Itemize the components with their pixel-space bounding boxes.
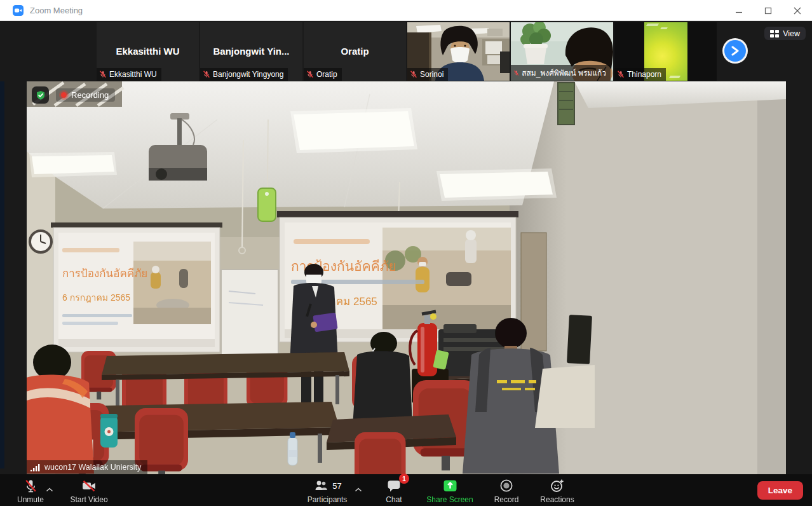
participants-label: Participants (308, 495, 348, 504)
window-blind (558, 83, 574, 125)
maximize-button[interactable] (754, 0, 783, 21)
active-speaker-label-chip: wucon17 Walailak Uniersity (27, 460, 147, 474)
participant-name: Oratip (304, 46, 406, 57)
audio-options-caret[interactable] (46, 483, 53, 495)
camera-off-icon (81, 478, 97, 494)
background-window-edge (0, 21, 4, 468)
video-thumbnail-strip: Ekkasitthi WU Ekkasitthi WU Banjongwit Y… (0, 21, 812, 81)
participant-label: Ekkasitthi WU (109, 70, 157, 79)
mic-muted-icon (306, 71, 314, 78)
recording-label: Recording (71, 90, 109, 100)
mic-muted-icon (99, 71, 107, 78)
slide-date-left: 6 กรกฎาคม 2565 (62, 292, 130, 303)
participant-label-chip: Oratip (304, 68, 342, 81)
participant-tile-oratip[interactable]: Oratip Oratip (304, 22, 406, 81)
participant-label: Oratip (316, 70, 337, 79)
window-title: Zoom Meeting (30, 6, 83, 15)
slide-title-left: การป้องกันอัคคีภัย (62, 268, 147, 280)
start-video-label: Start Video (70, 495, 107, 504)
record-label: Record (494, 495, 519, 504)
participants-options-caret[interactable] (355, 483, 362, 495)
participant-label-chip: Ekkasitthi WU (97, 68, 161, 81)
participant-name: Banjongwit Yin... (200, 46, 302, 57)
signal-bars-icon (30, 463, 41, 472)
whiteboard (220, 270, 280, 360)
mic-muted-icon (23, 478, 39, 494)
zoom-app-icon (13, 5, 24, 16)
meeting-toolbar: Unmute Start Video (0, 474, 812, 506)
participant-tile-thinaporn[interactable]: Thinaporn (614, 22, 717, 81)
next-page-button[interactable] (724, 40, 746, 62)
share-screen-label: Share Screen (426, 495, 473, 504)
leave-button[interactable]: Leave (757, 481, 803, 500)
view-button-label: View (783, 29, 800, 38)
participant-label: Thinaporn (627, 70, 661, 79)
participants-button[interactable]: 57 Participants (299, 478, 356, 504)
view-button[interactable]: View (764, 27, 806, 40)
chat-label: Chat (386, 495, 402, 504)
share-screen-icon (442, 478, 458, 493)
recording-dot-icon (61, 92, 67, 98)
unmute-label: Unmute (17, 495, 44, 504)
gallery-view-icon (770, 30, 779, 38)
participant-label-chip: Sorinoi (407, 68, 448, 81)
share-screen-button[interactable]: Share Screen (421, 478, 478, 504)
reactions-button[interactable]: Reactions (529, 478, 586, 504)
record-icon (499, 478, 514, 493)
mic-muted-icon (203, 71, 210, 78)
participant-name: Ekkasitthi WU (97, 46, 199, 57)
participant-label-chip: Banjongwit Yingyong (200, 68, 288, 81)
participants-count: 57 (332, 481, 341, 491)
close-button[interactable] (783, 0, 812, 21)
chat-unread-badge: 1 (399, 474, 409, 484)
mic-muted-icon (513, 69, 519, 77)
main-speaker-video: การป้องกันอัคคีภัย 6 กรกฎาคม 2565 (27, 81, 786, 474)
classroom-video-frame: การป้องกันอัคคีภัย 6 กรกฎาคม 2565 (27, 81, 786, 474)
participant-tile-banjongwit[interactable]: Banjongwit Yin... Banjongwit Yingyong (200, 22, 302, 81)
participant-label-chip: สสม_พงศ์พิพัฒน์ พรมแก้ว (511, 65, 611, 81)
participant-label: สสม_พงศ์พิพัฒน์ พรมแก้ว (522, 67, 606, 79)
reactions-icon (550, 478, 565, 493)
titlebar: Zoom Meeting (0, 0, 812, 21)
mic-muted-icon (410, 71, 417, 78)
recording-indicator-row: Recording (32, 86, 115, 104)
minimize-button[interactable] (724, 0, 754, 21)
participant-tile-ekkasitthi[interactable]: Ekkasitthi WU Ekkasitthi WU (97, 22, 199, 81)
shield-icon (36, 90, 46, 100)
wall-clock (30, 231, 51, 252)
reactions-label: Reactions (540, 495, 574, 504)
participant-tile-sorinoi[interactable]: Sorinoi (407, 22, 510, 81)
active-speaker-label: wucon17 Walailak Uniersity (44, 463, 141, 472)
zoom-meeting-window: Zoom Meeting Ekkasitthi WU (0, 0, 812, 506)
recording-badge: Recording (56, 88, 115, 102)
participants-icon (313, 478, 329, 493)
mic-muted-icon (617, 71, 625, 78)
record-button[interactable]: Record (478, 478, 535, 504)
participant-label-chip: Thinaporn (614, 68, 666, 81)
tumbler (100, 414, 118, 448)
participant-label: Banjongwit Yingyong (213, 70, 283, 79)
chat-button[interactable]: 1 Chat (365, 478, 423, 504)
participant-tile-pongpipat[interactable]: สสม_พงศ์พิพัฒน์ พรมแก้ว (511, 22, 613, 81)
projection-screen-left: การป้องกันอัคคีภัย 6 กรกฎาคม 2565 (51, 222, 222, 352)
participant-label: Sorinoi (420, 70, 443, 79)
security-shield-button[interactable] (32, 86, 49, 104)
start-video-button[interactable]: Start Video (60, 478, 118, 504)
